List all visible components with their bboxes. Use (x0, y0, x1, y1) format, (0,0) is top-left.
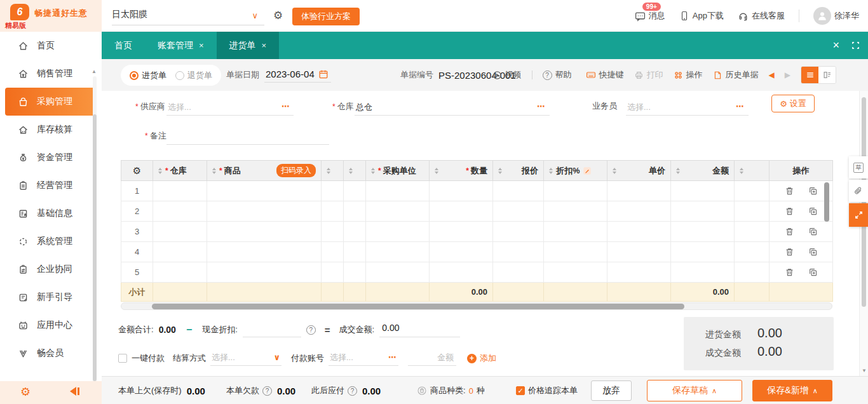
print-button[interactable]: 打印 (634, 69, 663, 81)
price-track-checkbox[interactable]: ✓ (516, 386, 525, 395)
cell-quote[interactable] (493, 181, 544, 201)
supplier-picker-icon[interactable]: ⋯ (281, 102, 290, 111)
radio-purchase-order[interactable]: 进货单 (130, 70, 166, 81)
onekey-pay-checkbox[interactable] (118, 354, 127, 363)
cell-narrow-3[interactable] (735, 222, 770, 242)
delete-row-icon[interactable] (785, 186, 794, 196)
app-download-button[interactable]: App下载 (679, 10, 724, 22)
cell-warehouse[interactable] (153, 222, 207, 242)
sidebar-item-guide[interactable]: 新手引导 (0, 283, 102, 311)
cell-warehouse[interactable] (153, 201, 207, 222)
cell-qty[interactable] (430, 242, 493, 262)
col-price[interactable]: 单价 (607, 161, 671, 181)
sort-icon[interactable] (676, 168, 680, 174)
supplier-input[interactable] (166, 100, 294, 116)
cell-discount[interactable] (544, 262, 607, 283)
col-discount[interactable]: 折扣% (544, 161, 607, 181)
save-and-new-button[interactable]: 保存&新增 ∧ (752, 380, 832, 401)
cell-quote[interactable] (493, 242, 544, 262)
history-button[interactable]: 历史单据 (713, 69, 759, 81)
cell-narrow-2[interactable] (344, 201, 366, 222)
sidebar-item-home[interactable]: 首页 (0, 32, 102, 60)
sort-icon[interactable] (327, 168, 330, 174)
collapse-sidebar-icon[interactable] (70, 387, 79, 396)
salesman-input[interactable] (626, 100, 749, 116)
cell-narrow-1[interactable] (322, 242, 344, 262)
cell-narrow-1[interactable] (322, 222, 344, 242)
cell-qty[interactable] (430, 262, 493, 283)
cell-narrow-3[interactable] (735, 181, 770, 201)
delete-row-icon[interactable] (785, 247, 794, 257)
radio-return-order[interactable]: 退货单 (175, 70, 212, 81)
cell-discount[interactable] (544, 181, 607, 201)
video-button[interactable]: 视频 (492, 69, 522, 81)
cell-amount[interactable] (671, 242, 735, 262)
discount-edit-icon[interactable] (583, 166, 592, 175)
online-service-button[interactable]: 在线客服 (738, 10, 785, 22)
grid-settings-button[interactable]: ⚙ 设置 (771, 95, 815, 112)
operations-button[interactable]: 操作 (674, 69, 703, 81)
cell-product[interactable] (207, 262, 322, 283)
cell-narrow-3[interactable] (735, 201, 770, 222)
expand-button[interactable] (849, 203, 868, 227)
sidebar-item-collaboration[interactable]: 企业协同 (0, 255, 102, 283)
cell-amount[interactable] (671, 181, 735, 201)
remark-input[interactable] (166, 130, 329, 145)
cell-product[interactable] (207, 222, 322, 242)
payable-help-icon[interactable]: ? (348, 386, 357, 396)
page-prev-icon[interactable]: ◀ (769, 71, 775, 79)
col-unit[interactable]: *采购单位 (366, 161, 430, 181)
cell-qty[interactable] (430, 201, 493, 222)
cell-warehouse[interactable] (153, 262, 207, 283)
cell-discount[interactable] (544, 222, 607, 242)
account-picker-icon[interactable]: ⋯ (388, 353, 397, 362)
copy-row-icon[interactable] (808, 247, 818, 257)
col-narrow-2[interactable] (344, 161, 366, 181)
sort-icon[interactable] (740, 168, 743, 174)
cash-discount-input[interactable] (243, 322, 301, 337)
sidebar-item-basic-info[interactable]: 基础信息 (0, 199, 102, 227)
account-selector[interactable]: 日太阳膜 ∨ (112, 9, 264, 25)
scroll-up-icon[interactable]: ▲ (92, 69, 97, 74)
sort-icon[interactable] (349, 168, 353, 174)
sidebar-item-system[interactable]: 系统管理 (0, 227, 102, 255)
cell-unit[interactable] (366, 181, 430, 201)
cell-discount[interactable] (544, 201, 607, 222)
scroll-down-icon[interactable]: ▼ (862, 368, 867, 374)
sort-icon[interactable] (435, 168, 438, 174)
cell-narrow-3[interactable] (735, 242, 770, 262)
scan-entry-button[interactable]: 扫码录入 (276, 164, 316, 177)
cell-quote[interactable] (493, 222, 544, 242)
col-quote[interactable]: 报价 (493, 161, 544, 181)
cell-narrow-2[interactable] (344, 181, 366, 201)
warehouse-picker-icon[interactable]: ⋯ (537, 102, 546, 111)
cell-quote[interactable] (493, 262, 544, 283)
delete-row-icon[interactable] (785, 227, 794, 236)
sidebar-item-purchase[interactable]: 采购管理 (5, 88, 97, 116)
pay-amount-input[interactable] (408, 351, 456, 366)
page-next-icon[interactable]: ▶ (785, 71, 790, 79)
cell-amount[interactable] (671, 222, 735, 242)
copy-row-icon[interactable] (808, 206, 818, 216)
footer-gear-icon[interactable]: ⚙ (20, 386, 31, 398)
cell-price[interactable] (607, 201, 671, 222)
cell-product[interactable] (207, 242, 322, 262)
scroll-thumb[interactable] (152, 304, 684, 309)
cell-quote[interactable] (493, 201, 544, 222)
cell-price[interactable] (607, 262, 671, 283)
draft-list-button[interactable]: 草 (849, 156, 868, 178)
col-narrow-1[interactable] (322, 161, 344, 181)
cell-unit[interactable] (366, 262, 430, 283)
cell-warehouse[interactable] (153, 181, 207, 201)
close-icon[interactable]: × (262, 41, 267, 50)
col-warehouse[interactable]: *仓库 (153, 161, 207, 181)
cell-unit[interactable] (366, 201, 430, 222)
debt-help-icon[interactable]: ? (262, 386, 272, 396)
col-qty[interactable]: *数量 (430, 161, 493, 181)
sort-icon[interactable] (371, 168, 375, 174)
tab-purchase-order[interactable]: 进货单 × (217, 32, 280, 59)
list-view-button[interactable] (801, 67, 818, 83)
col-product[interactable]: *商品扫码录入 (207, 161, 322, 181)
sort-icon[interactable] (613, 168, 616, 174)
sidebar-item-app-center[interactable]: 应用中心 (0, 311, 102, 339)
